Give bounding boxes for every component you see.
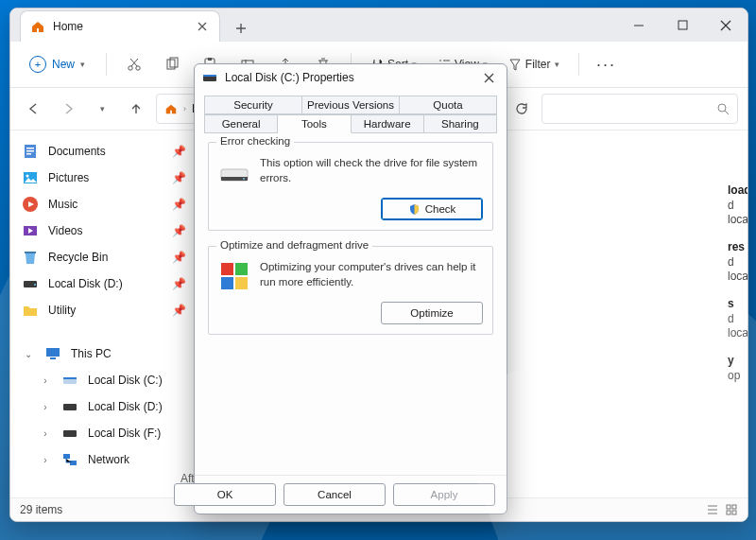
more-button[interactable]: ···: [591, 48, 623, 80]
folder-downloads-label: loads: [728, 183, 747, 197]
sidebar-item-utility[interactable]: Utility📌: [14, 297, 194, 323]
chevron-right-icon[interactable]: ›: [39, 428, 52, 439]
drive-check-icon: [218, 156, 250, 188]
recent-locations-button[interactable]: ▾: [88, 95, 116, 123]
drive-icon: [202, 70, 217, 85]
copy-button[interactable]: [156, 48, 188, 80]
sidebar-item-music[interactable]: Music📌: [14, 191, 194, 218]
pin-icon: 📌: [172, 224, 186, 237]
new-tab-button[interactable]: [228, 15, 254, 42]
tab-security[interactable]: Security: [204, 96, 302, 114]
svg-rect-11: [26, 150, 34, 152]
pin-icon: 📌: [172, 198, 186, 211]
sidebar-item-pictures[interactable]: Pictures📌: [14, 165, 194, 191]
optimize-text: Optimizing your computer's drives can he…: [260, 260, 483, 292]
up-button[interactable]: [122, 95, 150, 123]
titlebar: Home: [10, 9, 747, 42]
svg-rect-20: [46, 348, 60, 357]
home-icon: [30, 19, 45, 34]
large-icons-view-icon[interactable]: [725, 503, 738, 516]
tab-sharing[interactable]: Sharing: [424, 114, 497, 133]
details-view-icon[interactable]: [706, 503, 719, 516]
tab-previous-versions[interactable]: Previous Versions: [302, 96, 400, 114]
sidebar-item-network[interactable]: ›Network: [14, 446, 194, 473]
tab-general[interactable]: General: [204, 114, 278, 133]
folder-pictures-label: res: [728, 240, 745, 253]
sidebar-item-drive-f[interactable]: ›Local Disk (F:): [14, 420, 194, 446]
chevron-down-icon: ▾: [80, 60, 85, 69]
tab-quota[interactable]: Quota: [400, 96, 497, 114]
close-window-button[interactable]: [704, 9, 747, 42]
tab-hardware[interactable]: Hardware: [352, 114, 424, 133]
defrag-icon: [218, 260, 250, 292]
chevron-right-icon[interactable]: ›: [39, 375, 52, 386]
filter-button[interactable]: Filter▾: [501, 53, 567, 76]
desktop-wallpaper: Home + New ▾: [0, 0, 756, 540]
search-box[interactable]: [541, 94, 738, 124]
separator: [578, 53, 579, 76]
chevron-down-icon[interactable]: ⌄: [22, 349, 35, 359]
sidebar-item-documents[interactable]: Documents📌: [14, 138, 194, 165]
maximize-button[interactable]: [661, 9, 704, 42]
folder-desktop-label: y: [728, 354, 734, 367]
search-input[interactable]: [550, 101, 717, 116]
svg-rect-28: [727, 505, 730, 509]
svg-rect-38: [235, 263, 248, 275]
svg-point-1: [129, 66, 132, 70]
plus-circle-icon: +: [29, 56, 46, 73]
svg-rect-6: [208, 58, 212, 61]
check-button[interactable]: Check: [381, 198, 483, 220]
cut-button[interactable]: [118, 48, 150, 80]
cancel-button[interactable]: Cancel: [284, 483, 386, 506]
back-button[interactable]: [20, 95, 48, 123]
item-count: 29 items: [20, 503, 62, 516]
tab-home[interactable]: Home: [20, 10, 220, 42]
sidebar-item-drive-d[interactable]: ›Local Disk (D:): [14, 393, 194, 420]
window-controls: [617, 9, 747, 42]
dialog-titlebar[interactable]: Local Disk (C:) Properties: [195, 64, 507, 91]
ok-button[interactable]: OK: [174, 483, 276, 506]
chevron-right-icon[interactable]: ›: [39, 402, 52, 412]
separator: [106, 53, 107, 76]
svg-rect-37: [221, 263, 233, 275]
tab-strip: Home: [10, 9, 617, 42]
svg-rect-40: [235, 277, 248, 289]
svg-rect-0: [679, 21, 687, 29]
close-tab-icon[interactable]: [195, 19, 210, 34]
sidebar-item-videos[interactable]: Videos📌: [14, 218, 194, 244]
svg-rect-26: [63, 454, 70, 459]
apply-button[interactable]: Apply: [393, 483, 495, 506]
shield-icon: [408, 203, 421, 216]
svg-rect-29: [732, 505, 736, 509]
svg-rect-25: [63, 430, 77, 437]
sidebar-item-recyclebin[interactable]: Recycle Bin📌: [14, 244, 194, 270]
properties-dialog: Local Disk (C:) Properties Security Prev…: [194, 63, 507, 514]
svg-rect-31: [732, 511, 736, 514]
pin-icon: 📌: [172, 251, 186, 264]
optimize-button[interactable]: Optimize: [381, 302, 483, 324]
minimize-button[interactable]: [617, 9, 661, 42]
svg-rect-17: [25, 252, 36, 253]
sidebar-item-drive-c[interactable]: ›Local Disk (C:): [14, 367, 194, 393]
refresh-button[interactable]: [507, 95, 536, 123]
pin-icon: 📌: [172, 171, 186, 184]
svg-point-2: [136, 66, 140, 70]
chevron-right-icon: ›: [183, 104, 186, 113]
sidebar-item-localdisk-d[interactable]: Local Disk (D:)📌: [14, 270, 194, 297]
svg-rect-24: [63, 404, 77, 410]
error-check-text: This option will check the drive for fil…: [260, 156, 483, 188]
dialog-tabs: Security Previous Versions Quota General…: [195, 91, 507, 132]
tab-tools[interactable]: Tools: [278, 114, 351, 133]
chevron-right-icon[interactable]: ›: [39, 455, 52, 465]
svg-rect-10: [26, 148, 34, 149]
sidebar-item-thispc[interactable]: ⌄This PC: [14, 340, 194, 367]
dialog-footer: OK Cancel Apply: [195, 475, 507, 514]
new-button[interactable]: + New ▾: [20, 51, 94, 78]
pin-icon: 📌: [172, 145, 186, 158]
forward-button[interactable]: [54, 95, 82, 123]
dialog-close-button[interactable]: [478, 67, 499, 88]
filter-icon: [508, 58, 522, 71]
svg-rect-39: [221, 277, 233, 289]
tab-title: Home: [53, 20, 187, 33]
optimize-group: Optimize and defragment drive Optimizing…: [208, 246, 493, 335]
